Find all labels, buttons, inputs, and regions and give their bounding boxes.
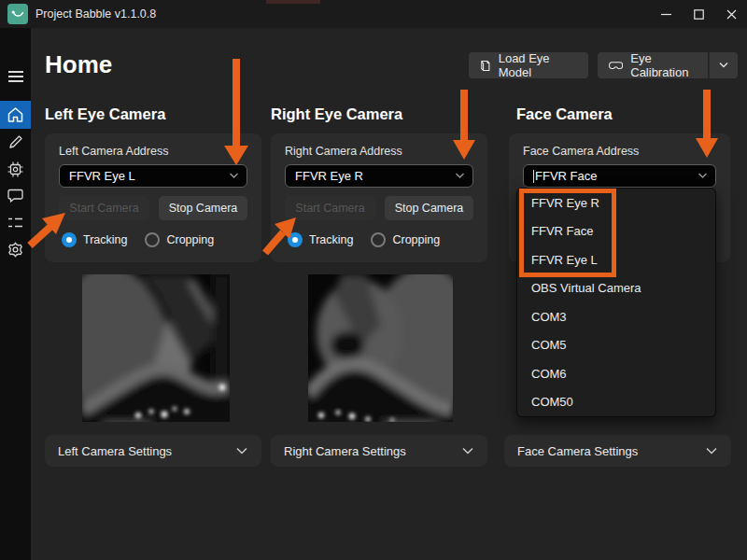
radio-unselected-icon [145,232,160,247]
left-tracking-radio[interactable]: Tracking [62,232,127,247]
right-camera-settings-expander[interactable]: Right Camera Settings [271,435,487,467]
right-eye-camera-preview [308,274,453,422]
face-camera-address-dropdown[interactable]: FFVR Face [523,164,716,188]
sidebar-item-edit[interactable] [0,128,31,156]
left-stop-camera-button[interactable]: Stop Camera [159,196,247,220]
dropdown-option[interactable]: FFVR Eye R [517,189,715,217]
title-bar: Project Babble v1.1.0.8 [0,0,747,28]
home-icon [7,107,23,122]
left-start-camera-button[interactable]: Start Camera [59,196,149,220]
gear-icon [7,242,23,258]
right-start-camera-button[interactable]: Start Camera [285,196,375,220]
dropdown-option[interactable]: OBS Virtual Camera [517,274,715,303]
sidebar-item-settings[interactable] [0,235,31,263]
minimize-button[interactable] [650,0,682,28]
right-cropping-radio[interactable]: Cropping [371,232,440,247]
face-camera-settings-expander[interactable]: Face Camera Settings [504,435,731,467]
dropdown-option[interactable]: FFVR Eye L [517,245,715,274]
screen-artifact [266,0,320,4]
right-camera-settings-label: Right Camera Settings [284,444,406,458]
chevron-down-icon [705,447,718,455]
chip-icon [7,161,23,177]
left-camera-address-label: Left Camera Address [59,145,247,158]
right-camera-address-value: FFVR Eye R [295,169,363,183]
hamburger-menu-icon[interactable] [0,63,31,91]
radio-selected-icon [288,232,303,247]
dropdown-option[interactable]: COM5 [517,331,715,360]
pencil-icon [8,134,23,149]
left-eye-camera-heading: Left Eye Camera [45,105,165,123]
left-eye-camera-preview [82,274,230,422]
app-window: Project Babble v1.1.0.8 [0,0,747,560]
left-camera-address-value: FFVR Eye L [69,169,135,183]
maximize-button[interactable] [683,0,714,28]
vr-goggles-icon [609,61,623,71]
window-title: Project Babble v1.1.0.8 [35,0,156,28]
load-eye-model-label: Load Eye Model [499,51,577,79]
face-camera-settings-label: Face Camera Settings [517,444,638,458]
right-camera-address-dropdown[interactable]: FFVR Eye R [285,164,473,188]
face-camera-dropdown-list: FFVR Eye R FFVR Face FFVR Eye L OBS Virt… [516,188,716,417]
sidebar-item-algorithm[interactable] [0,155,31,183]
dropdown-option[interactable]: COM3 [517,302,715,331]
chevron-down-icon [718,62,729,69]
page-title: Home [45,50,112,79]
checklist-icon [7,217,23,229]
chevron-down-icon [229,173,239,179]
dropdown-option[interactable]: COM50 [517,388,715,417]
chevron-down-icon [698,173,708,179]
close-button[interactable] [715,0,747,28]
eye-calibration-button[interactable]: Eye Calibration [598,52,708,78]
dropdown-option[interactable]: COM6 [517,359,715,388]
eye-calibration-label: Eye Calibration [630,51,697,79]
eye-calibration-dropdown-button[interactable] [709,52,738,78]
sidebar-nav [0,28,31,560]
text-caret [533,170,534,183]
chevron-down-icon [235,447,248,455]
left-cropping-label: Cropping [166,233,214,246]
sidebar-item-log[interactable] [0,208,31,236]
radio-selected-icon [62,232,77,247]
sidebar-item-feedback[interactable] [0,181,31,209]
left-cropping-radio[interactable]: Cropping [145,232,214,247]
right-camera-card: Right Camera Address FFVR Eye R Start Ca… [271,133,487,262]
radio-unselected-icon [371,232,386,247]
face-camera-heading: Face Camera [516,105,613,123]
face-camera-address-label: Face Camera Address [523,145,716,158]
left-camera-settings-expander[interactable]: Left Camera Settings [45,435,261,467]
right-cropping-label: Cropping [392,233,440,246]
sidebar-item-home[interactable] [0,101,31,129]
chevron-down-icon [455,173,465,179]
right-tracking-radio[interactable]: Tracking [288,232,353,247]
left-tracking-label: Tracking [83,233,127,246]
chevron-down-icon [461,447,474,455]
right-tracking-label: Tracking [309,233,353,246]
right-stop-camera-button[interactable]: Stop Camera [385,196,473,220]
chat-bubble-icon [7,189,23,203]
left-camera-address-dropdown[interactable]: FFVR Eye L [59,164,247,188]
load-eye-model-button[interactable]: Load Eye Model [469,52,588,78]
app-logo-icon [7,4,28,24]
dropdown-option[interactable]: FFVR Face [517,217,715,246]
face-camera-address-value: FFVR Face [535,169,597,183]
left-camera-settings-label: Left Camera Settings [58,444,172,458]
model-box-icon [480,59,491,73]
right-camera-address-label: Right Camera Address [285,145,473,158]
right-eye-camera-heading: Right Eye Camera [271,105,402,123]
left-camera-card: Left Camera Address FFVR Eye L Start Cam… [45,133,261,262]
